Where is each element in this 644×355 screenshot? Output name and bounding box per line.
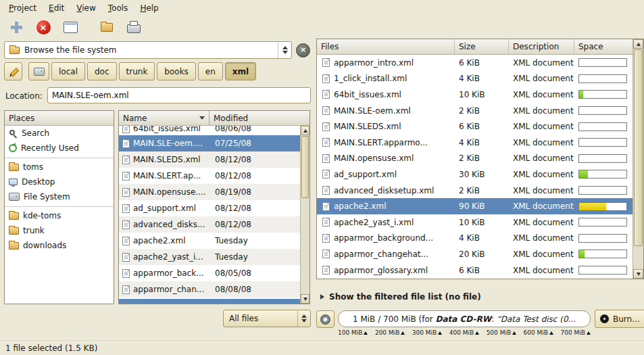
- places-item-downloads[interactable]: downloads: [5, 238, 114, 253]
- file-icon: [322, 234, 330, 243]
- menu-project[interactable]: Project: [3, 2, 43, 14]
- file-list-scrollbar[interactable]: [300, 126, 309, 304]
- file-row[interactable]: MAIN.SLE-oem.... 07/25/08: [119, 135, 300, 151]
- path-button-local[interactable]: local: [51, 62, 85, 80]
- file-row[interactable]: MAIN.opensuse.... 08/19/08: [119, 184, 300, 200]
- down-arrow-icon: [282, 51, 288, 54]
- file-icon: [322, 154, 330, 163]
- scrollbar-thumb[interactable]: [634, 49, 643, 246]
- combobox-arrows: [297, 310, 310, 327]
- menu-edit[interactable]: Edit: [43, 2, 70, 14]
- combobox-arrows: [278, 42, 291, 58]
- add-button[interactable]: [7, 18, 26, 37]
- file-row[interactable]: apache2.xml Tuesday: [119, 233, 300, 249]
- file-row[interactable]: MAIN.SLERT.ap... 08/12/08: [119, 168, 300, 184]
- capacity-tick: 500 MiB: [487, 329, 516, 336]
- type-filename-toggle[interactable]: [4, 62, 22, 80]
- capacity-tick: 200 MiB: [375, 329, 405, 336]
- places-item-file-system[interactable]: File System: [5, 189, 114, 204]
- scroll-up-button[interactable]: [633, 39, 643, 49]
- project-file-row[interactable]: MAIN.SLE-oem.xml 2 KiB XML document: [317, 103, 633, 119]
- path-button-trunk[interactable]: trunk: [119, 62, 155, 80]
- project-file-row[interactable]: apparmor_background... 4 KiB XML documen…: [317, 231, 633, 247]
- capacity-tick: 400 MiB: [449, 329, 479, 336]
- sort-descending-icon: [199, 116, 205, 120]
- expander-arrow-icon: [320, 294, 324, 300]
- path-button-doc[interactable]: doc: [87, 62, 117, 80]
- file-row[interactable]: ad_support.xml 08/12/08: [119, 200, 300, 216]
- places-item-toms[interactable]: toms: [5, 160, 114, 174]
- column-header-space[interactable]: Space: [574, 39, 633, 55]
- folder-icon: [9, 227, 19, 235]
- places-item-kde-toms[interactable]: kde-toms: [5, 208, 114, 223]
- file-list: 64bit_issues.xml 08/06/08 MAIN.SLE-oem..…: [119, 126, 300, 304]
- file-row[interactable]: apache2_yast_i... Tuesday: [119, 249, 300, 265]
- file-row[interactable]: MAIN.SLEDS.xml 08/12/08: [119, 151, 300, 168]
- project-file-row[interactable]: apache2.xml 90 KiB XML document: [317, 198, 633, 214]
- project-file-row[interactable]: MAIN.SLERT.apparmo... 4 KiB XML document: [317, 135, 633, 151]
- tick-arrow-icon: [587, 331, 591, 335]
- disc-list-scrollbar[interactable]: [633, 39, 643, 279]
- project-file-row[interactable]: MAIN.opensuse.xml 2 KiB XML document: [317, 151, 633, 167]
- file-row[interactable]: apparmor_back... 08/05/08: [119, 265, 300, 281]
- file-icon: [122, 303, 130, 304]
- places-item-trunk[interactable]: trunk: [5, 223, 114, 238]
- pencil-icon: [9, 67, 18, 76]
- scroll-up-button[interactable]: [301, 126, 309, 135]
- menu-view[interactable]: View: [70, 2, 101, 14]
- file-row[interactable]: [119, 299, 300, 304]
- blank-media-icon: [64, 22, 78, 33]
- project-file-row[interactable]: advanced_disksetup.xml 2 KiB XML documen…: [317, 183, 633, 199]
- project-file-row[interactable]: ad_support.xml 30 KiB XML document: [317, 166, 633, 183]
- tick-arrow-icon: [475, 331, 479, 335]
- file-icon: [322, 106, 330, 115]
- column-header-description[interactable]: Description: [509, 39, 574, 55]
- file-icon: [122, 220, 130, 229]
- capacity-tick: 700 MiB: [560, 329, 590, 336]
- menubar: ProjectEditViewToolsHelp: [0, 0, 644, 16]
- scroll-down-button[interactable]: [633, 269, 643, 279]
- filtered-list-expander[interactable]: Show the filtered file list (no file): [320, 292, 481, 302]
- project-file-row[interactable]: apparmor_intro.xml 6 KiB XML document: [317, 55, 633, 71]
- project-file-row[interactable]: 1_click_install.xml 4 KiB XML document: [317, 71, 633, 87]
- media-properties-button[interactable]: [316, 310, 335, 328]
- column-header-size[interactable]: Size: [455, 39, 509, 55]
- open-folder-button[interactable]: [97, 18, 116, 37]
- statusbar: 1 file selected (1.5 KB): [0, 340, 644, 355]
- column-header-name[interactable]: Name: [119, 111, 209, 126]
- file-list-panel: Name Modified 64bit_issues.xml 08/06/08 …: [118, 110, 310, 304]
- file-row[interactable]: advanced_disks... 08/12/08: [119, 216, 300, 233]
- project-file-row[interactable]: MAIN.SLEDS.xml 6 KiB XML document: [317, 118, 633, 135]
- path-button-xml[interactable]: xml: [225, 62, 256, 80]
- project-file-row[interactable]: apparmor_glossary.xml 6 KiB XML document: [317, 262, 633, 279]
- scroll-down-button[interactable]: [301, 294, 309, 304]
- menu-help[interactable]: Help: [134, 2, 164, 14]
- file-icon: [322, 74, 330, 83]
- file-row[interactable]: apparmor_chan... 08/08/08: [119, 281, 300, 298]
- project-file-row[interactable]: apache2_yast_i.xml 10 KiB XML document: [317, 214, 633, 231]
- file-filter-combobox[interactable]: All files: [223, 310, 311, 327]
- blank-media-button[interactable]: [61, 18, 80, 37]
- path-button-root[interactable]: [28, 62, 49, 80]
- menu-tools[interactable]: Tools: [102, 2, 134, 14]
- scrollbar-thumb[interactable]: [301, 136, 309, 198]
- column-header-files[interactable]: Files: [317, 39, 455, 55]
- up-arrow-icon: [301, 314, 307, 318]
- remove-button[interactable]: [34, 18, 53, 37]
- print-button[interactable]: [124, 18, 143, 37]
- close-sidepane-button[interactable]: [296, 43, 310, 57]
- places-item-search[interactable]: Search: [5, 126, 114, 141]
- disc-content-panel: Files Size Description Space apparmor_in…: [316, 39, 644, 279]
- filesystem-mode-combobox[interactable]: Browse the file system: [4, 41, 292, 59]
- file-row[interactable]: 64bit_issues.xml 08/06/08: [119, 126, 300, 135]
- places-separator: [5, 204, 114, 207]
- path-button-books[interactable]: books: [157, 62, 196, 80]
- places-item-recently-used[interactable]: Recently Used: [5, 141, 114, 156]
- project-file-row[interactable]: apparmor_changehat... 20 KiB XML documen…: [317, 246, 633, 262]
- project-file-row[interactable]: 64bit_issues.xml 10 KiB XML document: [317, 87, 633, 103]
- burn-button[interactable]: Burn…: [595, 310, 644, 328]
- places-item-desktop[interactable]: Desktop: [5, 174, 114, 189]
- location-input[interactable]: [47, 87, 311, 103]
- column-header-modified[interactable]: Modified: [209, 111, 309, 126]
- path-button-en[interactable]: en: [198, 62, 223, 80]
